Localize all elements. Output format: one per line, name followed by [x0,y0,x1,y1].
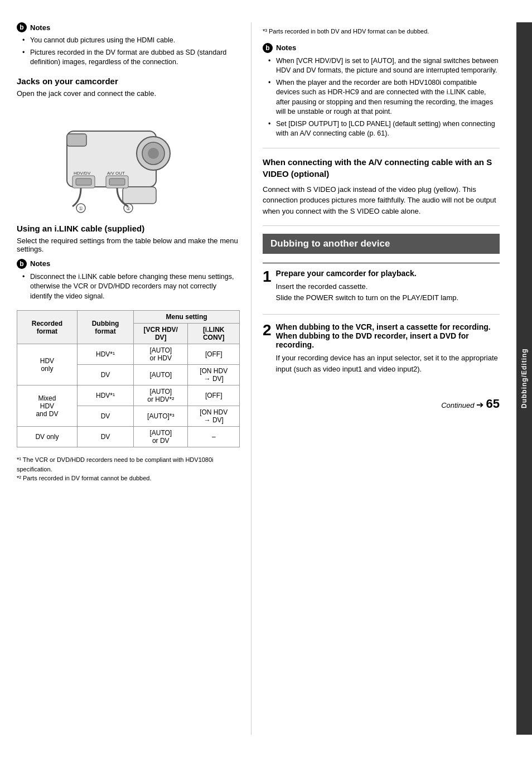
notes-list-1: You cannot dub pictures using the HDMI c… [17,36,240,67]
notes-list-3: When [VCR HDV/DV] is set to [AUTO], and … [263,56,500,139]
cell-dubbing: DV [77,427,133,447]
notes-title-1: Notes [30,23,50,32]
right-column: *³ Parts recorded in both DV and HDV for… [251,22,500,735]
table-row: DV only DV [AUTO]or DV – [17,427,240,447]
notes-section-3: b Notes When [VCR HDV/DV] is set to [AUT… [263,43,500,139]
notes-icon-1: b [17,22,27,32]
svg-rect-4 [67,134,86,146]
jacks-subtitle: Open the jack cover and connect the cabl… [17,89,240,98]
step-2-content: When dubbing to the VCR, insert a casset… [276,322,500,374]
notes-list-2: Disconnect the i.LINK cable before chang… [17,272,240,302]
notes-title-2: Notes [30,259,50,268]
step-1: 1 Prepare your camcorder for playback. I… [263,263,500,303]
footnotes: *¹ The VCR or DVD/HDD recorders need to … [17,455,240,483]
notes-header-1: b Notes [17,22,240,32]
svg-rect-9 [109,179,125,185]
left-column: b Notes You cannot dub pictures using th… [17,22,251,735]
table-row: HDVonly HDV*¹ [AUTO]or HDV [OFF] [17,344,240,365]
ilink-section: Using an i.LINK cable (supplied) Select … [17,224,240,483]
svg-text:A/V OUT: A/V OUT [107,171,125,176]
settings-table-container: Recorded format Dubbing format Menu sett… [17,310,240,447]
when-connecting-section: When connecting with the A/V connecting … [263,156,500,217]
table-row: MixedHDVand DV HDV*¹ [AUTO]or HDV*² [OFF… [17,385,240,406]
cell-ilink: [OFF] [188,385,240,406]
continued-text: Continued [441,401,474,409]
cell-ilink: [ON HDV→ DV] [188,406,240,427]
col-dubbing-format: Dubbing format [77,311,133,344]
svg-text:②: ② [126,206,130,211]
notes-title-3: Notes [276,44,296,52]
dubbing-header: Dubbing to another device [263,234,500,254]
divider-1 [263,148,500,148]
step-1-content: Prepare your camcorder for playback. Ins… [276,269,500,303]
side-tab: Dubbing/Editing [516,22,532,735]
page-footer: Continued ➔ 65 [263,397,500,411]
svg-point-3 [148,148,159,159]
settings-table: Recorded format Dubbing format Menu sett… [17,310,240,447]
col-menu-setting: Menu setting [134,311,240,324]
footnote-3: *³ Parts recorded in both DV and HDV for… [263,27,500,36]
notes-icon-2: b [17,259,27,269]
step-1-number: 1 [263,269,272,285]
step-2-title: When dubbing to the VCR, insert a casset… [276,322,500,349]
svg-rect-5 [123,187,156,204]
notes-header-3: b Notes [263,43,500,53]
footnote-2: *² Parts recorded in DV format cannot be… [17,474,240,483]
cell-vcr: [AUTO]or HDV*² [134,385,188,406]
ilink-title: Using an i.LINK cable (supplied) [17,224,240,233]
notes-header-2: b Notes [17,259,240,269]
step-2-body: If your recording device has an input se… [276,353,500,374]
cell-vcr: [AUTO]or HDV [134,344,188,365]
cell-dubbing: DV [77,406,133,427]
when-connecting-body: Connect with S VIDEO jack instead of the… [263,184,500,217]
note-item: Disconnect the i.LINK cable before chang… [22,272,240,302]
svg-rect-7 [76,179,91,185]
arrow-icon: ➔ [476,400,486,409]
cell-dubbing: HDV*¹ [77,385,133,406]
footnote-1: *¹ The VCR or DVD/HDD recorders need to … [17,455,240,474]
page-number: 65 [486,397,500,411]
cell-recorded: DV only [17,427,78,447]
notes-section-1: b Notes You cannot dub pictures using th… [17,22,240,67]
camcorder-image: HDV/DV A/V OUT ① ② [50,103,206,215]
cell-vcr: [AUTO]*³ [134,406,188,427]
col-vcr-hdv-dv: [VCR HDV/ DV] [134,324,188,344]
step-2-number: 2 [263,322,272,338]
notes-section-2: b Notes Disconnect the i.LINK cable befo… [17,259,240,302]
cell-dubbing: HDV*¹ [77,344,133,365]
divider-2 [263,225,500,226]
camcorder-svg: HDV/DV A/V OUT ① ② [50,103,206,215]
when-connecting-title: When connecting with the A/V connecting … [263,156,500,180]
cell-ilink: – [188,427,240,447]
jacks-section: Jacks on your camcorder Open the jack co… [17,76,240,215]
col-recorded-format: Recorded format [17,311,78,344]
step-1-title: Prepare your camcorder for playback. [276,269,500,278]
note-item: Set [DISP OUTPUT] to [LCD PANEL] (defaul… [268,119,500,139]
cell-recorded: HDVonly [17,344,78,385]
ilink-subtitle: Select the required settings from the ta… [17,237,240,253]
cell-vcr: [AUTO]or DV [134,427,188,447]
footnote-3-container: *³ Parts recorded in both DV and HDV for… [263,27,500,36]
notes-icon-3: b [263,43,273,53]
note-item: When [VCR HDV/DV] is set to [AUTO], and … [268,56,500,76]
divider-3 [263,314,500,315]
cell-vcr: [AUTO] [134,365,188,385]
svg-text:HDV/DV: HDV/DV [74,171,91,176]
col-ilink-conv: [i.LINK CONV] [188,324,240,344]
note-item: You cannot dub pictures using the HDMI c… [22,36,240,46]
cell-ilink: [OFF] [188,344,240,365]
cell-ilink: [ON HDV→ DV] [188,365,240,385]
note-item: When the player and the recorder are bot… [268,78,500,117]
jacks-title: Jacks on your camcorder [17,76,240,86]
step-2: 2 When dubbing to the VCR, insert a cass… [263,322,500,374]
step-1-body: Insert the recorded cassette. Slide the … [276,281,500,303]
cell-recorded: MixedHDVand DV [17,385,78,427]
svg-text:①: ① [79,206,83,211]
note-item: Pictures recorded in the DV format are d… [22,48,240,67]
cell-dubbing: DV [77,365,133,385]
